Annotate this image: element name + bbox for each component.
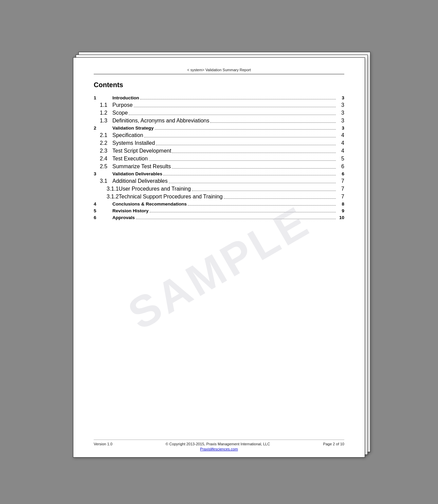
toc-dots [140,99,336,99]
toc-num: 6 [94,215,112,220]
toc-num: 5 [94,208,112,213]
toc-dots [144,137,336,137]
toc-row: 2.5Summarize Test Results6 [94,162,344,170]
toc-label: Systems Installed [112,140,155,146]
toc-container: 1Introduction31.1Purpose31.2Scope31.3Def… [94,94,344,221]
toc-label-area: Revision History9 [112,208,344,213]
toc-label: Test Script Development [112,148,171,154]
toc-dots [149,160,336,161]
toc-page: 7 [337,186,344,192]
toc-label: Summarize Test Results [112,163,171,170]
toc-page: 4 [337,132,344,138]
toc-page: 3 [337,125,344,131]
page-header: < system> Validation Summary Report [94,68,344,74]
toc-row: 1Introduction3 [94,94,344,101]
toc-label: Approvals [112,215,135,220]
toc-label-area: Technical Support Procedures and Trainin… [119,194,344,200]
toc-label-area: User Procedures and Training7 [119,186,344,192]
toc-page: 3 [337,102,344,108]
toc-dots [188,205,336,206]
toc-label-area: Approvals10 [112,215,344,220]
toc-page: 10 [337,215,344,220]
toc-label: Technical Support Procedures and Trainin… [119,194,223,200]
footer-page: Page 2 of 10 [323,442,344,446]
toc-dots [192,191,336,191]
footer-link[interactable]: Praxislifesciences.com [94,447,344,451]
toc-label-area: Test Execution5 [112,156,344,162]
toc-num: 2.3 [94,148,112,154]
toc-num: 3.1 [94,178,112,184]
toc-row: 1.3Definitions, Acronyms and Abbreviatio… [94,117,344,124]
toc-page: 3 [337,118,344,124]
toc-label: Validation Deliverables [112,171,162,176]
toc-row: 2.3Test Script Development4 [94,147,344,155]
toc-page: 6 [337,171,344,176]
toc-dots [172,168,336,169]
toc-num: 1.3 [94,118,112,124]
toc-row: 5Revision History9 [94,207,344,214]
toc-num: 1 [94,95,112,100]
toc-row: 2.2Systems Installed4 [94,139,344,147]
toc-page: 5 [337,156,344,162]
toc-row: 1.1Purpose3 [94,101,344,109]
footer-row: Version 1.0 © Copyright 2013-2015, Praxi… [94,442,344,446]
footer-copyright: © Copyright 2013-2015, Praxis Management… [165,442,270,446]
toc-label-area: Scope3 [112,110,344,116]
toc-label: Definitions, Acronyms and Abbreviations [112,118,209,124]
toc-dots [155,129,336,130]
toc-dots [150,212,336,212]
toc-label-area: Introduction3 [112,95,344,100]
toc-dots [136,219,336,219]
toc-label: Test Execution [112,156,148,162]
toc-label-area: Validation Strategy3 [112,125,344,131]
toc-label-area: Definitions, Acronyms and Abbreviations3 [112,118,344,124]
toc-row: 6Approvals10 [94,214,344,221]
toc-dots [210,122,336,123]
toc-num: 3.1.1 [94,186,119,192]
toc-num: 3.1.2 [94,194,119,200]
page-footer: Version 1.0 © Copyright 2013-2015, Praxi… [94,440,344,451]
toc-label: User Procedures and Training [119,186,191,192]
toc-page: 3 [337,110,344,116]
toc-row: 1.2Scope3 [94,109,344,117]
toc-label-area: Specification4 [112,132,344,138]
header-title: < system> Validation Summary Report [187,68,251,72]
contents-title: Contents [94,81,344,89]
toc-num: 4 [94,201,112,207]
toc-row: 3.1.1User Procedures and Training7 [94,185,344,193]
toc-label: Revision History [112,208,149,213]
toc-label: Introduction [112,95,139,100]
toc-row: 4Conclusions & Recommendations8 [94,200,344,207]
toc-label: Conclusions & Recommendations [112,201,187,207]
toc-dots [224,198,336,199]
toc-num: 2.5 [94,163,112,170]
toc-label-area: Conclusions & Recommendations8 [112,201,344,207]
toc-label: Scope [112,110,128,116]
toc-row: 3.1Additional Deliverables7 [94,177,344,185]
footer-version: Version 1.0 [94,442,112,446]
page-front: < system> Validation Summary Report Cont… [73,57,365,458]
toc-num: 3 [94,171,112,176]
toc-dots [172,153,336,153]
toc-label: Specification [112,132,143,138]
toc-num: 1.1 [94,102,112,108]
toc-dots [163,175,336,175]
toc-row: 2.4Test Execution5 [94,155,344,162]
toc-label-area: Validation Deliverables6 [112,171,344,176]
toc-row: 2.1Specification4 [94,131,344,139]
toc-page: 9 [337,208,344,213]
toc-row: 3Validation Deliverables6 [94,170,344,177]
toc-label: Validation Strategy [112,125,154,131]
toc-page: 7 [337,178,344,184]
toc-label-area: Systems Installed4 [112,140,344,146]
toc-label-area: Test Script Development4 [112,148,344,154]
toc-page: 3 [337,95,344,100]
toc-label: Additional Deliverables [112,178,168,184]
toc-num: 2.4 [94,156,112,162]
toc-dots [156,145,336,145]
toc-row: 2Validation Strategy3 [94,124,344,131]
toc-label-area: Additional Deliverables7 [112,178,344,184]
toc-page: 4 [337,148,344,154]
toc-dots [129,115,336,115]
page-stack: < system> Validation Summary Report < sy… [73,52,365,452]
